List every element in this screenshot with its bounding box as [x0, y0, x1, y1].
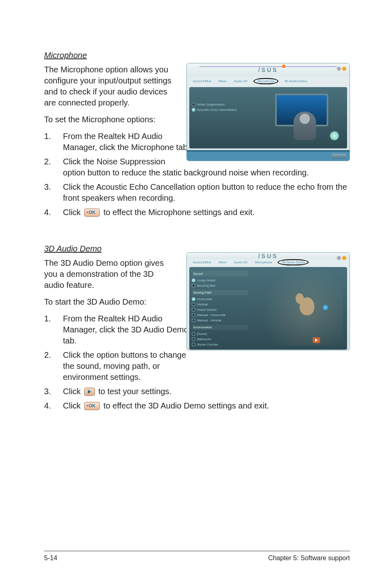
ok-button[interactable]: ×OK	[84, 402, 100, 410]
options-panel: Noise Suppression Acoustic Echo Cancella…	[189, 87, 251, 148]
document-page: Microphone /SUS Sound Effect Mixer Audio…	[0, 0, 390, 588]
mic-intro: The Microphone option allows you configu…	[44, 64, 175, 108]
scene-panel	[251, 267, 347, 350]
moving-path-header: Moving Path	[192, 290, 248, 295]
tab-mixer[interactable]: Mixer	[217, 260, 229, 265]
footer-button[interactable]	[332, 154, 346, 159]
step-number: 3.	[44, 182, 63, 193]
audio-demo-dialog-screenshot: /SUS Sound Effect Mixer Audio I/O Microp…	[186, 252, 350, 350]
path-option[interactable]: Manual - Horizontal	[192, 313, 248, 317]
demo-intro: The 3D Audio Demo option gives you a dem…	[44, 258, 175, 291]
step-text: Click to test your settings.	[63, 386, 350, 397]
step-text: Click ×OK to effect the 3D Audio Demo se…	[63, 400, 350, 411]
tab-3d-audio-demo[interactable]: 3D Audio Demo	[278, 259, 309, 265]
tab-mixer[interactable]: Mixer	[217, 79, 229, 84]
step-2-line1: Click the Noise Suppression	[63, 156, 194, 167]
ok-button-label: OK	[89, 209, 96, 215]
page-footer: 5-14 Chapter 5: Software support	[44, 551, 350, 562]
person-illustration	[294, 112, 316, 140]
demo-object	[300, 297, 314, 315]
close-icon[interactable]	[342, 256, 346, 260]
step-number: 2.	[44, 156, 63, 167]
step-number: 4.	[44, 207, 63, 218]
demo-orbit-dot	[323, 305, 328, 310]
step-3-pre: Click	[63, 387, 83, 396]
step-4-post: to effect the Microphone settings and ex…	[103, 208, 255, 217]
dialog-titlebar: /SUS	[187, 253, 350, 259]
microphone-heading: Microphone	[44, 51, 350, 60]
dialog-footer	[187, 152, 350, 161]
globe-icon[interactable]	[330, 131, 339, 140]
dialog-body: Sound Loopy Music Buzzing Bee Moving Pat…	[189, 267, 347, 350]
step-text: From the Realtek HD Audio Manager, click…	[63, 313, 194, 346]
sound-option[interactable]: Buzzing Bee	[192, 284, 248, 287]
noise-suppression-option[interactable]: Noise Suppression	[192, 103, 248, 106]
microphone-section: Microphone /SUS Sound Effect Mixer Audio…	[44, 51, 350, 218]
play-button[interactable]	[84, 388, 95, 396]
minimize-icon[interactable]	[337, 67, 341, 71]
step-number: 3.	[44, 386, 63, 397]
asus-logo: /SUS	[258, 253, 278, 259]
path-option[interactable]: Vertical	[192, 303, 248, 306]
step-number: 1.	[44, 131, 63, 142]
noise-suppression-label: Noise Suppression	[197, 103, 224, 106]
tab-3d-audio-demo[interactable]: 3D Audio Demo	[282, 79, 309, 84]
sound-header: Sound	[192, 271, 248, 276]
window-buttons	[337, 256, 346, 260]
audio-demo-section: 3D Audio Demo /SUS Sound Effect Mixer Au…	[44, 244, 350, 411]
environment-header: Environment	[192, 325, 248, 330]
ok-button[interactable]: ×OK	[84, 209, 100, 217]
tab-audio-io[interactable]: Audio I/O	[232, 79, 249, 84]
acoustic-echo-option[interactable]: Acoustic Echo Cancellation	[192, 108, 248, 112]
step-number: 2.	[44, 350, 63, 361]
step-3-post: to test your settings.	[98, 387, 171, 396]
dialog-tabs: Sound Effect Mixer Audio I/O Microphone …	[187, 259, 350, 265]
ok-button-label: OK	[89, 403, 96, 409]
chapter-title: Chapter 5: Software support	[268, 554, 350, 562]
step-4-pre: Click	[63, 208, 83, 217]
step-2-line2: option button to reduce the static backg…	[63, 168, 309, 177]
asus-dialog-demo: /SUS Sound Effect Mixer Audio I/O Microp…	[186, 252, 350, 350]
tab-microphone[interactable]: Microphone	[253, 260, 274, 265]
tab-audio-io[interactable]: Audio I/O	[232, 260, 249, 265]
tab-sound-effect[interactable]: Sound Effect	[191, 79, 213, 84]
tab-sound-effect[interactable]: Sound Effect	[191, 260, 213, 265]
step-number: 1.	[44, 313, 63, 324]
mic-volume-slider[interactable]	[199, 65, 337, 69]
step-text: Click ×OK to effect the Microphone setti…	[63, 207, 350, 218]
minimize-icon[interactable]	[337, 256, 341, 260]
path-option[interactable]: Insect Motion	[192, 308, 248, 312]
step-text: Click the Acoustic Echo Cancellation opt…	[63, 182, 350, 204]
dialog-tabs: Sound Effect Mixer Audio I/O Microphone …	[187, 76, 350, 85]
acoustic-echo-label: Acoustic Echo Cancellation	[197, 108, 237, 112]
path-option[interactable]: Manual - Vertical	[192, 319, 248, 322]
step-number: 4.	[44, 400, 63, 411]
dialog-body: Noise Suppression Acoustic Echo Cancella…	[189, 87, 347, 148]
step-4-post: to effect the 3D Audio Demo settings and…	[103, 401, 269, 410]
asus-dialog-mic: /SUS Sound Effect Mixer Audio I/O Microp…	[186, 63, 350, 161]
env-option[interactable]: Stone Corridor	[192, 343, 248, 346]
step-text: Click the option buttons to change the s…	[63, 350, 194, 383]
illustration-panel	[251, 87, 347, 148]
window-buttons	[337, 67, 346, 71]
env-option[interactable]: (None)	[192, 332, 248, 336]
microphone-dialog-screenshot: /SUS Sound Effect Mixer Audio I/O Microp…	[186, 63, 350, 161]
close-icon[interactable]	[342, 67, 346, 71]
options-panel: Sound Loopy Music Buzzing Bee Moving Pat…	[189, 267, 251, 350]
play-button[interactable]	[313, 337, 320, 343]
page-number: 5-14	[44, 554, 57, 562]
env-option[interactable]: Bathroom	[192, 337, 248, 341]
step-text: From the Realtek HD Audio Manager, click…	[63, 131, 194, 153]
step-4-pre: Click	[63, 401, 83, 410]
path-option[interactable]: Horizontal	[192, 297, 248, 301]
tab-microphone[interactable]: Microphone	[253, 78, 279, 84]
sound-option[interactable]: Loopy Music	[192, 278, 248, 282]
